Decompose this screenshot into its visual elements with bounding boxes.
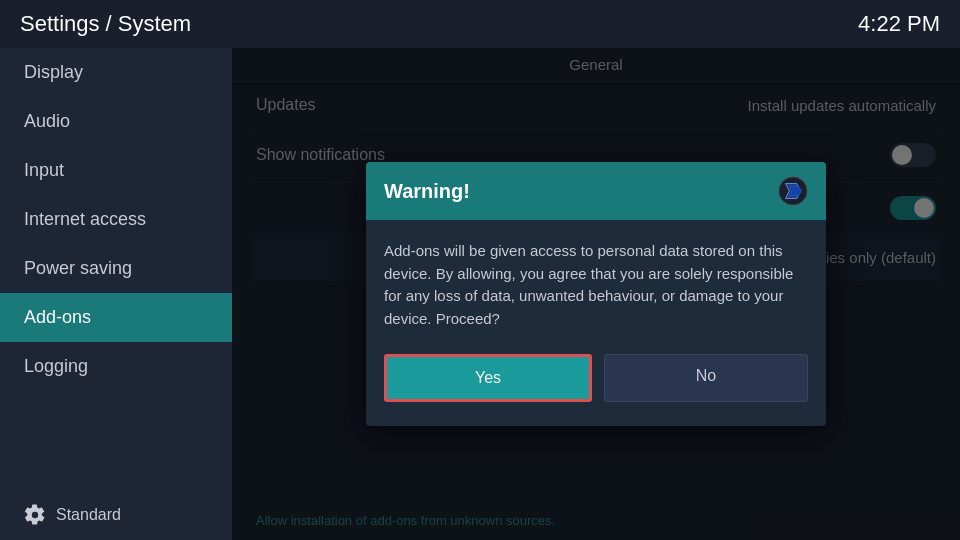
sidebar-item-input[interactable]: Input: [0, 146, 232, 195]
yes-button[interactable]: Yes: [384, 354, 592, 402]
sidebar-item-display[interactable]: Display: [0, 48, 232, 97]
dialog-header: Warning!: [366, 162, 826, 220]
main-layout: Display Audio Input Internet access Powe…: [0, 48, 960, 540]
kodi-icon: [778, 176, 808, 206]
sidebar-item-internet-access[interactable]: Internet access: [0, 195, 232, 244]
gear-icon: [24, 504, 46, 526]
dialog-body: Add-ons will be given access to personal…: [366, 220, 826, 426]
dialog-overlay: Warning! Add-ons will be given access to…: [232, 48, 960, 540]
warning-dialog: Warning! Add-ons will be given access to…: [366, 162, 826, 426]
page-title: Settings / System: [20, 11, 191, 37]
clock: 4:22 PM: [858, 11, 940, 37]
dialog-message: Add-ons will be given access to personal…: [384, 240, 808, 330]
sidebar-item-power-saving[interactable]: Power saving: [0, 244, 232, 293]
sidebar-item-logging[interactable]: Logging: [0, 342, 232, 391]
dialog-buttons: Yes No: [384, 354, 808, 402]
no-button[interactable]: No: [604, 354, 808, 402]
sidebar: Display Audio Input Internet access Powe…: [0, 48, 232, 540]
sidebar-footer-label: Standard: [56, 506, 121, 524]
dialog-title: Warning!: [384, 180, 470, 203]
sidebar-item-audio[interactable]: Audio: [0, 97, 232, 146]
content-area: General Updates Install updates automati…: [232, 48, 960, 540]
sidebar-footer: Standard: [0, 490, 232, 540]
sidebar-item-add-ons[interactable]: Add-ons: [0, 293, 232, 342]
header: Settings / System 4:22 PM: [0, 0, 960, 48]
